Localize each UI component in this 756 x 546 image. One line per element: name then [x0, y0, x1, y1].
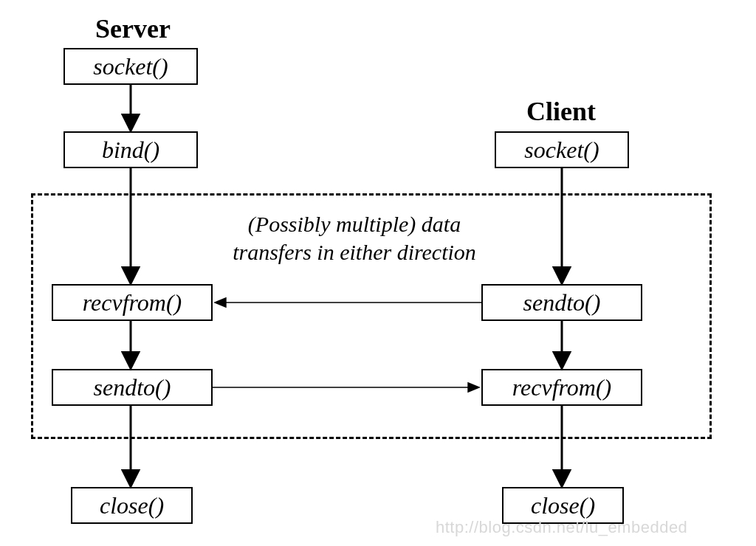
annotation-line-2: transfers in either direction — [233, 240, 476, 264]
client-heading: Client — [506, 96, 616, 127]
client-socket-node: socket() — [495, 131, 629, 168]
client-recvfrom-node: recvfrom() — [481, 369, 642, 406]
diagram-canvas: Server Client socket() bind() recvfrom()… — [0, 0, 756, 546]
server-heading: Server — [74, 13, 192, 44]
transfer-annotation: (Possibly multiple) data transfers in ei… — [207, 210, 502, 266]
annotation-line-1: (Possibly multiple) data — [248, 212, 461, 236]
watermark-text: http://blog.csdn.net/lu_embedded — [436, 518, 687, 537]
client-sendto-node: sendto() — [481, 284, 642, 321]
server-recvfrom-node: recvfrom() — [52, 284, 213, 321]
server-sendto-node: sendto() — [52, 369, 213, 406]
server-close-node: close() — [71, 487, 193, 524]
server-bind-node: bind() — [63, 131, 198, 168]
server-socket-node: socket() — [63, 48, 198, 85]
